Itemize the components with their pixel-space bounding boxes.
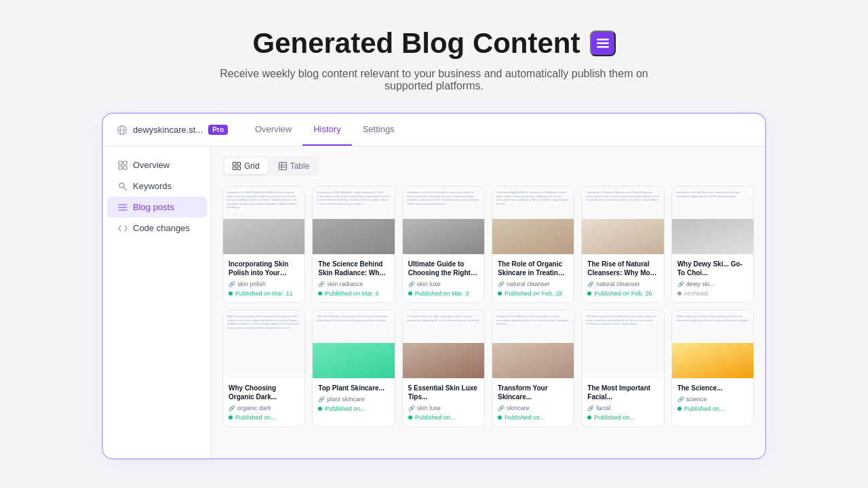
tab-history[interactable]: History	[302, 114, 351, 146]
sidebar-keywords-label: Keywords	[133, 181, 172, 191]
card-tag-r2-4: 🔗 skincare	[498, 405, 568, 411]
card-tag-text-r2-4: skincare	[507, 405, 530, 411]
blog-card-5[interactable]: Introduction to Natural Cleansers and Or…	[581, 186, 664, 303]
card-date-1: Published on Mar. 11	[235, 290, 293, 297]
blog-card-4[interactable]: Understanding Adult Acne: Causes and Cha…	[492, 186, 574, 303]
blog-card-1[interactable]: Introduction to Skin Polish and its Bene…	[222, 186, 305, 303]
card-date-r2-3: Published on...	[415, 414, 456, 421]
card-preview-text-5: Introduction to Natural Cleansers and Or…	[582, 186, 663, 206]
card-body-r2-3: 5 Essential Skin Luxe Tips... 🔗 skin lux…	[403, 378, 484, 426]
cards-grid-row2: Why Choosing Organic Dark Treatment Lore…	[222, 310, 754, 427]
menu-button[interactable]	[590, 30, 616, 56]
card-title-2: The Science Behind Skin Radiance: What M…	[318, 260, 389, 277]
svg-rect-7	[123, 161, 127, 165]
card-title-3: Ultimate Guide to Choosing the Right Ski…	[408, 260, 479, 277]
page-subtitle: Receive weekly blog content relevant to …	[197, 68, 671, 92]
table-view-icon	[279, 162, 287, 170]
blog-card-2[interactable]: Introduction to Skin Radiance: Understan…	[312, 186, 395, 303]
card-status-r2-6: Published on...	[677, 405, 748, 412]
page-title: Generated Blog Content	[252, 27, 580, 60]
card-body-3: Ultimate Guide to Choosing the Right Ski…	[403, 254, 484, 302]
sidebar-overview-label: Overview	[133, 160, 170, 170]
code-icon	[118, 224, 127, 233]
card-title-r2-6: The Science...	[677, 384, 748, 392]
blog-card-r2-1[interactable]: Why Choosing Organic Dark Treatment Lore…	[222, 310, 305, 427]
svg-rect-17	[233, 167, 237, 170]
card-date-r2-1: Published on...	[235, 414, 276, 421]
main-layout: Overview Keywords Blog posts	[103, 146, 765, 458]
card-status-4: Published on Feb. 28	[498, 290, 568, 297]
blog-card-r2-3[interactable]: 5 Essential Skin Luxe Tips Lorem ipsum d…	[402, 310, 485, 427]
card-preview-r2-5: The Most Important Facial Skincare Lorem…	[582, 310, 663, 378]
table-view-button[interactable]: Table	[271, 158, 318, 174]
card-tag-text-r2-2: plant skincare	[327, 396, 365, 403]
card-status-r2-5: Published on...	[587, 414, 658, 421]
nav-tabs: Overview History Settings	[244, 114, 406, 146]
card-preview-6: Introduction to Dewy Skin Lorem ipsum do…	[672, 186, 753, 254]
card-preview-text-r2-3: 5 Essential Skin Luxe Tips Lorem ipsum d…	[403, 310, 484, 326]
tag-icon-4: 🔗	[498, 281, 505, 287]
card-date-5: Published on Feb. 26	[594, 290, 652, 297]
card-preview-r2-6: Understanding the Science Lorem ipsum do…	[672, 310, 753, 378]
card-preview-text-4: Understanding Adult Acne: Causes and Cha…	[492, 186, 574, 209]
card-tag-text-3: skin luxe	[417, 281, 441, 287]
card-tag-6: 🔗 dewy ski...	[677, 281, 748, 287]
card-preview-image-2	[313, 219, 394, 254]
grid-view-label: Grid	[244, 161, 260, 171]
card-tag-3: 🔗 skin luxe	[408, 281, 479, 287]
blog-card-r2-2[interactable]: Top Plant Skincare Lorem ipsum dolor sit…	[312, 310, 395, 427]
card-preview-1: Introduction to Skin Polish and its Bene…	[223, 186, 304, 254]
status-dot-2	[318, 291, 322, 296]
card-preview-text-r2-6: Understanding the Science Lorem ipsum do…	[672, 310, 753, 326]
tab-overview[interactable]: Overview	[244, 114, 302, 146]
tag-icon-6: 🔗	[677, 281, 684, 287]
card-preview-text-3: Introduction to Skin Luxe Bundles Lorem …	[403, 186, 484, 209]
card-body-2: The Science Behind Skin Radiance: What M…	[313, 254, 394, 302]
card-title-6: Why Dewy Ski... Go-To Choi...	[677, 260, 748, 277]
sidebar-item-code-changes[interactable]: Code changes	[107, 218, 207, 239]
card-date-r2-4: Published on...	[505, 414, 545, 421]
card-preview-text-1: Introduction to Skin Polish and its Bene…	[223, 186, 304, 214]
svg-rect-0	[597, 39, 609, 41]
status-dot-5	[587, 291, 591, 296]
card-tag-text-4: natural cleanser	[507, 281, 550, 287]
card-preview-text-r2-1: Why Choosing Organic Dark Treatment Lore…	[223, 310, 304, 333]
card-tag-r2-1: 🔗 organic dark	[229, 405, 299, 411]
blog-card-r2-4[interactable]: Transform Your Skincare Lorem ipsum dolo…	[492, 310, 574, 427]
blog-card-3[interactable]: Introduction to Skin Luxe Bundles Lorem …	[402, 186, 485, 303]
card-title-r2-5: The Most Important Facial...	[587, 384, 658, 401]
card-status-2: Published on Mar. 6	[318, 290, 389, 297]
card-preview-text-6: Introduction to Dewy Skin Lorem ipsum do…	[672, 186, 753, 202]
card-date-3: Published on Mar. 3	[415, 290, 469, 297]
card-date-4: Published on Feb. 28	[505, 290, 562, 297]
card-preview-image-r2-4	[492, 343, 574, 378]
card-status-r2-4: Published on...	[498, 414, 568, 421]
tag-icon-3: 🔗	[408, 281, 415, 287]
view-toggle: Grid Table	[222, 156, 319, 176]
sidebar-item-keywords[interactable]: Keywords	[107, 176, 207, 197]
sidebar-item-overview[interactable]: Overview	[107, 155, 207, 176]
blog-card-r2-6[interactable]: Understanding the Science Lorem ipsum do…	[671, 310, 754, 427]
card-preview-r2-1: Why Choosing Organic Dark Treatment Lore…	[223, 310, 304, 378]
card-preview-2: Introduction to Skin Radiance: Understan…	[313, 186, 394, 254]
svg-rect-8	[119, 166, 122, 169]
card-tag-r2-3: 🔗 skin luxe	[408, 405, 479, 411]
app-window: dewyskincare.st... Pro Overview History …	[102, 113, 766, 460]
card-title-5: The Rise of Natural Cleansers: Why More …	[587, 260, 658, 277]
card-preview-image-r2-6	[672, 343, 753, 378]
cards-grid-row1: Introduction to Skin Polish and its Bene…	[222, 186, 754, 303]
card-tag-text-2: skin radiance	[327, 281, 363, 287]
card-title-1: Incorporating Skin Polish into Your Skin…	[229, 260, 299, 277]
sidebar-item-blog-posts[interactable]: Blog posts	[107, 197, 207, 218]
list-icon	[118, 203, 127, 212]
card-preview-image-5	[582, 219, 663, 254]
card-body-1: Incorporating Skin Polish into Your Skin…	[223, 254, 304, 302]
card-status-3: Published on Mar. 3	[408, 290, 479, 297]
grid-view-button[interactable]: Grid	[224, 158, 268, 174]
card-body-r2-1: Why Choosing Organic Dark... 🔗 organic d…	[223, 378, 304, 426]
card-status-5: Published on Feb. 26	[587, 290, 658, 297]
tag-icon-1: 🔗	[229, 281, 235, 287]
blog-card-6[interactable]: Introduction to Dewy Skin Lorem ipsum do…	[671, 186, 754, 303]
tab-settings[interactable]: Settings	[352, 114, 406, 146]
blog-card-r2-5[interactable]: The Most Important Facial Skincare Lorem…	[581, 310, 664, 427]
